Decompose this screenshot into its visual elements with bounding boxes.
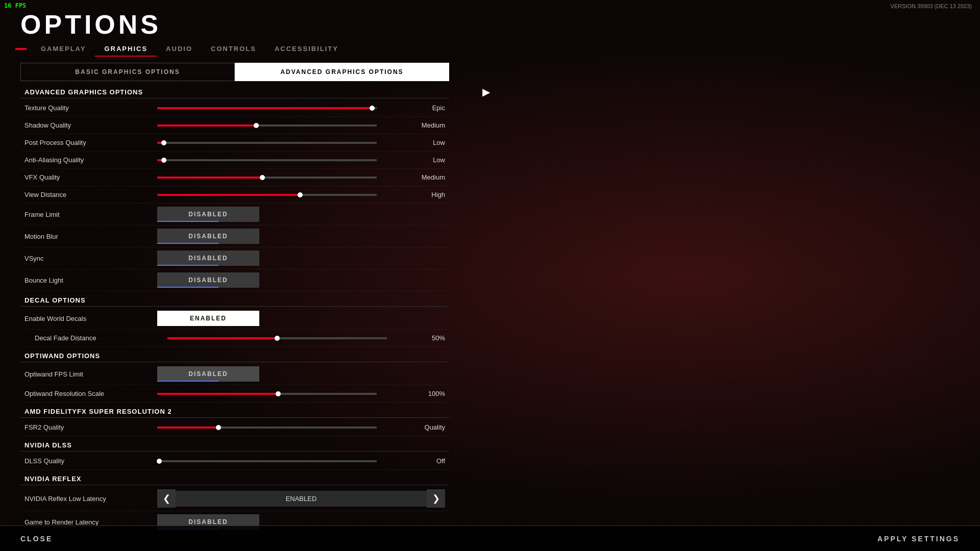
slider-thumb-post[interactable]: [161, 140, 166, 145]
value-fsr2-quality: Quality: [404, 423, 445, 431]
label-vfx-quality: VFX Quality: [24, 173, 157, 181]
control-motion-blur[interactable]: DISABLED: [157, 229, 445, 244]
label-shadow-quality: Shadow Quality: [24, 121, 157, 129]
control-world-decals[interactable]: ENABLED: [157, 311, 445, 326]
control-dlss-quality[interactable]: [157, 460, 404, 462]
slider-dlss[interactable]: [157, 460, 377, 462]
setting-decal-fade: Decal Fade Distance 50%: [20, 330, 449, 347]
slider-thumb-texture[interactable]: [370, 106, 375, 111]
subtab-advanced[interactable]: ADVANCED GRAPHICS OPTIONS: [235, 63, 449, 81]
version-info: VERSION 39903 (DEC 13 2023): [890, 3, 972, 9]
setting-shadow-quality: Shadow Quality Medium: [20, 117, 449, 134]
setting-vsync: VSync DISABLED: [20, 247, 449, 269]
tab-gameplay[interactable]: GAMEPLAY: [32, 42, 95, 57]
control-frame-limit[interactable]: DISABLED: [157, 207, 445, 222]
bottom-bar: CLOSE APPLY SETTINGS: [0, 525, 980, 551]
slider-thumb-dlss[interactable]: [157, 459, 162, 464]
close-button[interactable]: CLOSE: [20, 535, 53, 543]
control-vsync[interactable]: DISABLED: [157, 251, 445, 266]
btn-frame-limit[interactable]: DISABLED: [157, 207, 259, 222]
setting-view-distance: View Distance High: [20, 186, 449, 204]
slider-anti-aliasing[interactable]: [157, 159, 377, 161]
btn-world-decals[interactable]: ENABLED: [157, 311, 259, 326]
setting-bounce-light: Bounce Light DISABLED: [20, 269, 449, 291]
settings-list: Advanced Graphics Options Texture Qualit…: [20, 83, 449, 533]
slider-thumb-vfx[interactable]: [260, 175, 265, 180]
slider-texture-quality[interactable]: [157, 107, 377, 109]
slider-fsr2[interactable]: [157, 427, 377, 429]
slider-fill-vd: [157, 194, 300, 196]
page-title: OPTIONS: [0, 0, 980, 40]
value-post-process: Low: [404, 139, 445, 146]
btn-bounce-light[interactable]: DISABLED: [157, 272, 259, 288]
label-decal-fade: Decal Fade Distance: [35, 334, 167, 342]
btn-motion-blur[interactable]: DISABLED: [157, 229, 259, 244]
control-optiwand-res[interactable]: [157, 393, 404, 395]
slider-shadow-quality[interactable]: [157, 124, 377, 127]
value-decal-fade: 50%: [404, 334, 445, 342]
btn-reflex-right[interactable]: ❯: [427, 489, 445, 508]
control-shadow-quality[interactable]: [157, 124, 404, 127]
control-decal-fade[interactable]: [167, 337, 404, 339]
nav-indicator: [15, 48, 27, 50]
slider-thumb-fsr2[interactable]: [216, 425, 221, 430]
slider-view-distance[interactable]: [157, 194, 377, 196]
setting-fsr2-quality: FSR2 Quality Quality: [20, 419, 449, 436]
apply-button[interactable]: APPLY SETTINGS: [877, 535, 960, 543]
slider-optiwand-res[interactable]: [157, 393, 377, 395]
subtab-basic[interactable]: BASIC GRAPHICS OPTIONS: [20, 63, 235, 81]
tab-controls[interactable]: CONTROLS: [202, 42, 265, 57]
setting-motion-blur: Motion Blur DISABLED: [20, 226, 449, 247]
value-anti-aliasing: Low: [404, 156, 445, 164]
section-header-amd: AMD FidelityFX Super Resolution 2: [20, 403, 449, 418]
value-optiwand-res: 100%: [404, 390, 445, 397]
control-post-process[interactable]: [157, 142, 404, 144]
label-fsr2-quality: FSR2 Quality: [24, 423, 157, 431]
slider-decal-fade[interactable]: [167, 337, 387, 339]
btn-vsync[interactable]: DISABLED: [157, 251, 259, 266]
label-frame-limit: Frame Limit: [24, 211, 157, 218]
arrow-row-reflex: ❮ ENABLED ❯: [157, 489, 445, 508]
slider-post-process[interactable]: [157, 142, 377, 144]
control-texture-quality[interactable]: [157, 107, 404, 109]
btn-optiwand-fps[interactable]: DISABLED: [157, 366, 259, 382]
label-post-process: Post Process Quality: [24, 139, 157, 146]
slider-vfx-quality[interactable]: [157, 177, 377, 179]
label-dlss-quality: DLSS Quality: [24, 457, 157, 465]
value-vfx-quality: Medium: [404, 173, 445, 181]
slider-thumb-vd[interactable]: [298, 192, 303, 197]
control-vfx-quality[interactable]: [157, 177, 404, 179]
btn-reflex-left[interactable]: ❮: [157, 489, 176, 508]
slider-thumb-aa[interactable]: [161, 158, 166, 163]
tab-audio[interactable]: AUDIO: [157, 42, 202, 57]
control-view-distance[interactable]: [157, 194, 404, 196]
value-reflex-latency: ENABLED: [176, 491, 427, 507]
slider-fill-vfx: [157, 177, 262, 179]
setting-vfx-quality: VFX Quality Medium: [20, 169, 449, 186]
value-dlss-quality: Off: [404, 457, 445, 465]
tab-graphics[interactable]: GRAPHICS: [95, 42, 157, 57]
slider-fill-texture: [157, 107, 372, 109]
setting-reflex-latency: NVIDIA Reflex Low Latency ❮ ENABLED ❯: [20, 486, 449, 511]
control-fsr2-quality[interactable]: [157, 427, 404, 429]
label-vsync: VSync: [24, 255, 157, 262]
subtabs: BASIC GRAPHICS OPTIONS ADVANCED GRAPHICS…: [20, 63, 449, 81]
control-optiwand-fps[interactable]: DISABLED: [157, 366, 445, 382]
slider-thumb-decal[interactable]: [275, 336, 280, 341]
control-anti-aliasing[interactable]: [157, 159, 404, 161]
section-header-optiwand: Optiwand Options: [20, 347, 449, 362]
value-view-distance: High: [404, 191, 445, 198]
setting-dlss-quality: DLSS Quality Off: [20, 453, 449, 470]
control-reflex-latency[interactable]: ❮ ENABLED ❯: [157, 489, 445, 508]
label-view-distance: View Distance: [24, 191, 157, 198]
control-bounce-light[interactable]: DISABLED: [157, 272, 445, 288]
slider-thumb-ores[interactable]: [276, 391, 281, 396]
slider-thumb-shadow[interactable]: [254, 123, 259, 128]
label-render-latency: Game to Render Latency: [24, 518, 157, 526]
tab-accessibility[interactable]: ACCESSIBILITY: [265, 42, 348, 57]
section-header-reflex: NVIDIA Reflex: [20, 470, 449, 485]
label-bounce-light: Bounce Light: [24, 277, 157, 284]
setting-optiwand-fps: Optiwand FPS Limit DISABLED: [20, 363, 449, 385]
label-reflex-latency: NVIDIA Reflex Low Latency: [24, 495, 157, 503]
setting-optiwand-res: Optiwand Resolution Scale 100%: [20, 385, 449, 403]
